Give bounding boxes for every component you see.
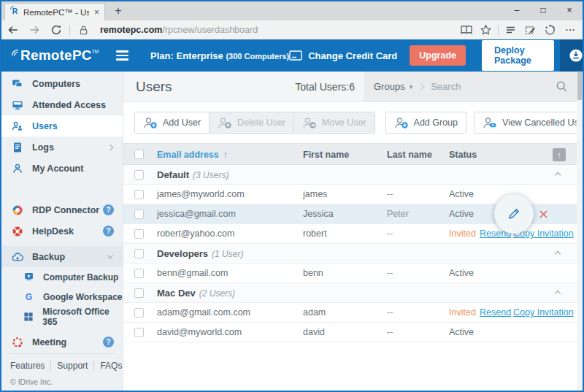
scroll-to-top-button[interactable]: ↑ [553,148,566,161]
sidebar-item-google-workspace[interactable]: GGoogle Workspace [1,287,123,307]
group-row-developers[interactable]: Developers(1 User) [123,244,577,264]
sidebar-item-microsoft-office-365[interactable]: Microsoft Office 365 [1,307,123,326]
column-header-last-name[interactable]: Last name [387,144,432,166]
resend-link[interactable]: Resend [480,303,511,323]
change-credit-card-button[interactable]: Change Credit Card [289,50,397,61]
column-header-status[interactable]: Status [449,144,477,166]
row-checkbox[interactable] [134,328,144,337]
remotepc-logo[interactable]: RemotePC TM [11,48,99,63]
hamburger-menu-icon[interactable] [116,50,128,60]
web-note-icon[interactable] [520,24,540,36]
move-user-icon [302,117,317,129]
row-checkbox[interactable] [134,190,144,199]
copy-invitation-link[interactable]: Copy Invitation [513,303,574,323]
support-link[interactable]: Support [51,361,94,371]
last-name-cell: -- [387,323,393,342]
collapse-chevron-icon[interactable] [555,291,561,296]
row-checkbox[interactable] [134,308,144,318]
upgrade-button[interactable]: Upgrade [410,45,466,66]
search-icon[interactable] [556,80,568,93]
sidebar-item-meeting[interactable]: Meeting? [1,331,123,353]
sidebar-item-backup[interactable]: Backup [1,246,123,267]
group-row-mac-dev[interactable]: Mac Dev(2 Users) [123,283,577,303]
help-icon[interactable]: ? [103,226,114,237]
last-name-cell: -- [387,224,393,244]
browser-titlebar: R RemotePC™ - User Mar × + – □ × [1,1,583,20]
status-cell: Active [449,323,474,342]
features-link[interactable]: Features [9,361,51,371]
view-cancelled-users-button[interactable]: View Cancelled Users [474,112,584,134]
sidebar-item-computers[interactable]: Computers [1,73,123,94]
add-group-button[interactable]: Add Group [385,112,466,134]
browser-tab[interactable]: R RemotePC™ - User Mar × [4,3,105,20]
minimize-button[interactable]: – [504,1,530,20]
maximize-button[interactable]: □ [530,1,556,20]
search-input[interactable] [431,81,556,92]
more-icon[interactable] [560,24,580,36]
group-checkbox[interactable] [134,249,144,258]
faqs-link[interactable]: FAQs [94,361,128,371]
user-row-adam-gmail-com-com[interactable]: adam@gmail.com.comadam--InvitedResendCop… [123,303,577,323]
reading-view-icon[interactable] [456,24,476,36]
sidebar-footer-links: FeaturesSupportFAQs [9,353,115,371]
svg-text:G: G [25,292,31,302]
status-cell: Active [449,204,474,224]
google-workspace-icon: G [23,291,34,302]
group-row-default[interactable]: Default(3 Users) [123,165,577,185]
help-icon[interactable]: ? [103,337,114,347]
sidebar-item-label: Computers [32,79,80,89]
hub-icon[interactable] [501,24,520,36]
rdp-connector-icon [12,204,23,216]
vertical-scrollbar[interactable] [577,72,583,391]
deploy-package-button[interactable]: Deploy Package [482,40,554,71]
sidebar-item-my-account[interactable]: My Account [1,158,123,179]
group-checkbox[interactable] [134,170,144,180]
address-bar[interactable]: remotepc.com/rpcnew/userdashboard [100,25,456,35]
back-icon[interactable] [1,24,23,36]
sidebar-item-helpdesk[interactable]: HelpDesk? [1,220,123,242]
user-row-jessica-gmail-com[interactable]: jessica@gmail.comJessicaPeterActive [123,204,577,224]
sidebar-item-users[interactable]: Users [1,115,123,137]
helpdesk-icon [12,226,23,237]
group-checkbox[interactable] [134,288,144,298]
sidebar-item-rdp-connector[interactable]: RDP Connector? [1,199,123,220]
delete-user-icon[interactable] [539,210,548,221]
collapse-chevron-icon[interactable] [555,172,561,178]
user-row-benn-gmail-com[interactable]: benn@gmail.combenn--Active [123,264,577,283]
tab-close-icon[interactable]: × [93,7,101,18]
button-label: Delete User [237,118,285,128]
column-header-first-name[interactable]: First name [303,144,349,166]
scrollbar-thumb[interactable] [577,72,582,100]
backup-icon [12,251,23,263]
trademark: TM [92,49,99,54]
row-checkbox[interactable] [134,210,144,219]
main-content: Users Total Users:6 Groups ▾ Add UserDel… [123,72,577,391]
share-icon[interactable] [540,24,560,36]
favorites-star-icon[interactable] [476,24,496,36]
close-button[interactable]: × [556,1,583,20]
edit-user-button[interactable] [494,194,534,234]
collapse-chevron-icon[interactable] [555,251,561,257]
group-count: (1 User) [212,249,243,259]
download-viewer-button[interactable]: DownloadRemotePC Viewer [560,39,584,72]
new-tab-button[interactable]: + [105,1,131,20]
sidebar-item-computer-backup[interactable]: Computer Backup [1,267,123,287]
add-user-button[interactable]: Add User [134,112,210,134]
refresh-icon[interactable] [45,24,67,36]
row-checkbox[interactable] [134,269,144,278]
sidebar-item-logs[interactable]: Logs [1,137,123,158]
forward-icon[interactable] [23,24,45,36]
microsoft-office-365-icon [23,312,34,322]
add-group-icon [394,117,409,129]
groups-dropdown[interactable]: Groups ▾ [364,81,418,92]
user-row-david-myworld-com[interactable]: david@myworld.comdavid--Active [123,323,577,342]
select-all-checkbox[interactable] [134,150,144,159]
row-checkbox[interactable] [134,229,144,239]
panel-separator-icon [418,83,425,91]
help-icon[interactable]: ? [103,204,114,215]
first-name-cell: benn [303,264,323,283]
sidebar-item-attended-access[interactable]: Attended Access [1,94,123,115]
filter-panel: Groups ▾ [364,72,577,101]
status-cell: Active [449,185,474,204]
column-header-email-address[interactable]: Email address↑ [157,144,228,166]
